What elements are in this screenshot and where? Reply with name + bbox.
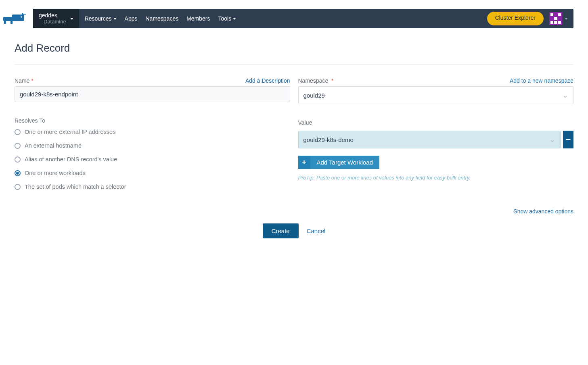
remove-workload-button[interactable]: −: [563, 131, 573, 148]
avatar-icon: [549, 12, 562, 25]
namespace-select[interactable]: gould29 ⌄: [298, 86, 574, 104]
nav: Resources Apps Namespaces Members Tools: [79, 9, 242, 28]
page-title: Add Record: [15, 42, 573, 54]
svg-rect-5: [23, 14, 26, 15]
value-label: Value: [298, 119, 574, 126]
resolves-to-label: Resolves To: [15, 117, 290, 124]
nav-namespaces[interactable]: Namespaces: [145, 15, 178, 22]
project-type: Datamine: [44, 19, 66, 25]
chevron-down-icon: ⌄: [549, 135, 555, 144]
svg-rect-4: [22, 13, 23, 15]
name-input[interactable]: [15, 86, 290, 102]
radio-workloads[interactable]: One or more workloads: [15, 170, 290, 176]
rancher-cow-icon: [0, 11, 27, 26]
cluster-explorer-button[interactable]: Cluster Explorer: [487, 12, 544, 25]
top-header: geddes Datamine Resources Apps Namespace…: [15, 9, 573, 28]
workload-select[interactable]: gould29-k8s-demo ⌄: [298, 131, 561, 148]
project-selector[interactable]: geddes Datamine: [33, 9, 79, 28]
required-asterisk: *: [330, 77, 333, 84]
add-namespace-link[interactable]: Add to a new namespace: [510, 77, 573, 84]
cancel-button[interactable]: Cancel: [307, 227, 326, 234]
nav-members[interactable]: Members: [186, 15, 210, 22]
namespace-label: Namespace: [298, 77, 329, 84]
svg-rect-1: [3, 17, 13, 21]
chevron-down-icon: [70, 18, 73, 20]
required-asterisk: *: [31, 77, 33, 84]
resolves-to-radio-group: One or more external IP addresses An ext…: [15, 129, 290, 190]
radio-icon: [15, 184, 21, 190]
radio-external-hostname[interactable]: An external hostname: [15, 142, 290, 149]
project-name: geddes: [39, 12, 66, 19]
user-menu[interactable]: [548, 9, 573, 28]
name-label: Name: [15, 77, 29, 84]
add-target-workload-button[interactable]: + Add Target Workload: [298, 156, 380, 169]
radio-pod-selector[interactable]: The set of pods which match a selector: [15, 184, 290, 190]
nav-apps[interactable]: Apps: [125, 15, 138, 22]
radio-icon: [15, 129, 21, 135]
create-button[interactable]: Create: [263, 223, 299, 238]
radio-alias-dns[interactable]: Alias of another DNS record's value: [15, 156, 290, 163]
svg-rect-0: [12, 15, 24, 21]
show-advanced-options-link[interactable]: Show advanced options: [298, 208, 574, 215]
chevron-down-icon: [233, 18, 236, 20]
radio-icon: [15, 143, 21, 149]
svg-point-6: [21, 16, 22, 18]
chevron-down-icon: ⌄: [562, 91, 568, 100]
add-description-link[interactable]: Add a Description: [245, 77, 290, 84]
chevron-down-icon: [113, 18, 117, 20]
plus-icon: +: [298, 156, 310, 169]
svg-rect-2: [4, 21, 6, 24]
divider: [15, 64, 573, 65]
form-actions: Create Cancel: [15, 223, 573, 238]
nav-resources[interactable]: Resources: [85, 15, 117, 22]
radio-icon: [15, 170, 21, 176]
radio-external-ip[interactable]: One or more external IP addresses: [15, 129, 290, 135]
minus-icon: −: [566, 134, 571, 145]
radio-icon: [15, 156, 21, 163]
right-column: Namespace * Add to a new namespace gould…: [298, 77, 574, 215]
chevron-down-icon: [565, 18, 568, 20]
logo[interactable]: [0, 9, 33, 28]
main-content: Add Record Name * Add a Description Reso…: [0, 28, 588, 252]
svg-rect-3: [10, 21, 13, 24]
nav-tools[interactable]: Tools: [218, 15, 236, 22]
left-column: Name * Add a Description Resolves To One…: [15, 77, 290, 215]
protip-text: ProTip: Paste one or more lines of value…: [298, 175, 574, 181]
